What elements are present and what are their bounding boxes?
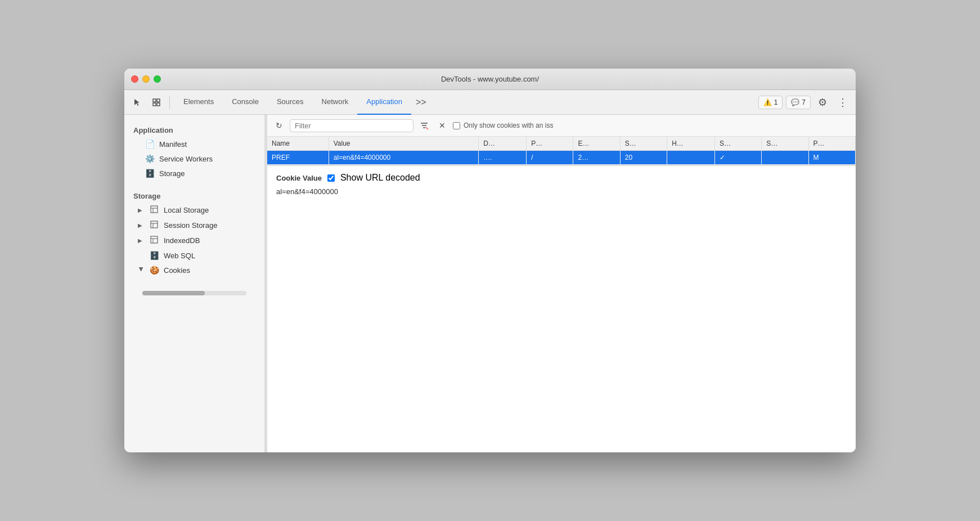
sidebar-item-indexeddb[interactable]: ▶ IndexedDB [127, 233, 262, 248]
svg-line-16 [426, 127, 428, 129]
cookie-value-header: Cookie Value Show URL decoded [276, 173, 847, 183]
local-storage-label: Local Storage [164, 206, 209, 214]
toolbar-divider [169, 96, 170, 109]
warning-badge-button[interactable]: ⚠️ 1 [758, 96, 783, 109]
settings-button[interactable]: ⚙ [814, 94, 831, 111]
web-sql-label: Web SQL [164, 251, 195, 260]
cell-value: al=en&f4=4000000 [329, 151, 479, 165]
cookie-value-area: Cookie Value Show URL decoded al=en&f4=4… [267, 165, 856, 452]
col-s3: S… [762, 137, 808, 151]
cookies-arrow: ▶ [138, 267, 145, 273]
close-button[interactable] [131, 75, 138, 83]
service-workers-label: Service Workers [159, 155, 213, 163]
svg-rect-0 [153, 99, 156, 102]
tab-sources[interactable]: Sources [268, 90, 313, 115]
table-row[interactable]: PREF al=en&f4=4000000 …. / 2… 20 ✓ M [267, 151, 856, 165]
sidebar-item-cookies[interactable]: ▶ 🍪 Cookies [127, 263, 262, 277]
refresh-button[interactable]: ↻ [272, 118, 286, 133]
cookie-toolbar: ↻ ✕ Only show cookies with an iss [267, 115, 856, 137]
sidebar-item-service-workers[interactable]: ⚙️ Service Workers [127, 151, 262, 166]
col-name: Name [267, 137, 329, 151]
indexeddb-icon [149, 236, 159, 245]
minimize-button[interactable] [142, 75, 150, 83]
window-title: DevTools - www.youtube.com/ [441, 75, 539, 83]
warning-count: 1 [774, 98, 778, 106]
web-sql-icon: 🗄️ [149, 251, 159, 260]
maximize-button[interactable] [154, 75, 161, 83]
session-storage-label: Session Storage [164, 221, 217, 230]
sidebar-item-web-sql[interactable]: 🗄️ Web SQL [127, 248, 262, 263]
tab-network[interactable]: Network [313, 90, 358, 115]
cell-d: …. [479, 151, 527, 165]
col-e: E… [573, 137, 620, 151]
cell-name: PREF [267, 151, 329, 165]
inspect-icon [152, 98, 161, 107]
right-panel: ↻ ✕ Only show cookies with an iss [267, 115, 856, 452]
sidebar-item-storage-app[interactable]: 🗄️ Storage [127, 166, 262, 181]
more-options-button[interactable]: ⋮ [834, 94, 851, 111]
session-storage-icon [149, 221, 159, 230]
storage-app-label: Storage [159, 169, 185, 178]
local-storage-arrow: ▶ [138, 207, 145, 213]
sidebar-scrollbar-thumb [142, 291, 205, 295]
clear-filter-icon[interactable] [417, 118, 431, 133]
col-s: S… [620, 137, 667, 151]
chat-badge-button[interactable]: 💬 7 [786, 96, 811, 109]
application-section-title: Application [124, 122, 264, 137]
indexeddb-label: IndexedDB [164, 236, 200, 245]
chat-icon: 💬 [791, 98, 799, 106]
cursor-icon-button[interactable] [129, 94, 146, 111]
chat-count: 7 [802, 98, 806, 106]
svg-rect-1 [157, 99, 160, 102]
tab-elements[interactable]: Elements [174, 90, 223, 115]
only-show-checkbox-area: Only show cookies with an iss [453, 122, 553, 129]
only-show-checkbox[interactable] [453, 122, 460, 129]
cell-s2: ✓ [714, 151, 761, 165]
manifest-label: Manifest [159, 140, 187, 149]
col-p: P… [527, 137, 573, 151]
svg-rect-4 [151, 206, 158, 213]
cursor-icon [133, 98, 142, 107]
svg-rect-10 [151, 236, 158, 243]
col-p2: P… [808, 137, 855, 151]
toolbar-right: ⚠️ 1 💬 7 ⚙ ⋮ [758, 94, 851, 111]
more-tabs-button[interactable]: >> [411, 97, 431, 107]
svg-rect-3 [157, 103, 160, 106]
traffic-lights [131, 75, 161, 83]
cell-e: 2… [573, 151, 620, 165]
warning-icon: ⚠️ [763, 98, 772, 106]
main-content: Application 📄 Manifest ⚙️ Service Worker… [124, 115, 856, 452]
tab-application[interactable]: Application [357, 90, 411, 115]
table-header-row: Name Value D… P… E… S… H… S… S… P… [267, 137, 856, 151]
cell-s: 20 [620, 151, 667, 165]
storage-app-icon: 🗄️ [145, 169, 155, 178]
sidebar-item-manifest[interactable]: 📄 Manifest [127, 137, 262, 151]
sidebar-scrollbar-area [124, 291, 264, 302]
tab-console[interactable]: Console [223, 90, 268, 115]
show-url-decoded-checkbox[interactable] [327, 174, 335, 182]
main-toolbar: Elements Console Sources Network Applica… [124, 90, 856, 115]
svg-rect-2 [153, 103, 156, 106]
col-h: H… [667, 137, 715, 151]
local-storage-icon [149, 205, 159, 215]
cookies-icon: 🍪 [149, 266, 159, 275]
show-url-decoded-label: Show URL decoded [340, 173, 420, 183]
cell-p2: M [808, 151, 855, 165]
filter-clear-icon [420, 121, 429, 130]
sidebar: Application 📄 Manifest ⚙️ Service Worker… [124, 115, 265, 452]
sidebar-scrollbar[interactable] [142, 291, 246, 295]
cell-h [667, 151, 715, 165]
session-storage-arrow: ▶ [138, 222, 145, 228]
col-d: D… [479, 137, 527, 151]
sidebar-item-session-storage[interactable]: ▶ Session Storage [127, 218, 262, 233]
devtools-window: DevTools - www.youtube.com/ Elements Con… [124, 69, 856, 452]
sidebar-item-local-storage[interactable]: ▶ Local Storage [127, 203, 262, 218]
inspect-icon-button[interactable] [148, 94, 165, 111]
cell-p: / [527, 151, 573, 165]
titlebar: DevTools - www.youtube.com/ [124, 69, 856, 90]
cookie-table-scroll[interactable]: Name Value D… P… E… S… H… S… S… P… [267, 137, 856, 165]
storage-section-title: Storage [124, 187, 264, 203]
delete-icon[interactable]: ✕ [435, 118, 449, 133]
svg-rect-7 [151, 221, 158, 228]
filter-input[interactable] [290, 119, 413, 132]
